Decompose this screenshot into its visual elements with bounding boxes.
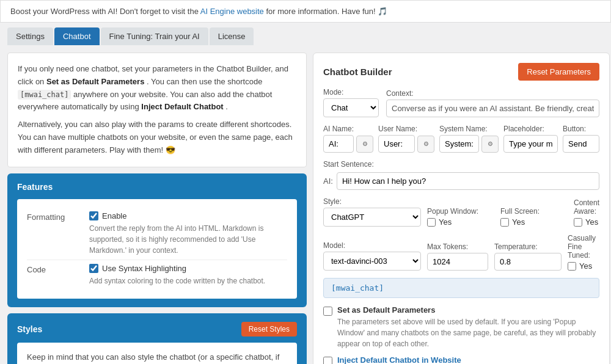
mode-label: Mode: bbox=[323, 88, 379, 96]
content-aware-checkbox[interactable] bbox=[574, 218, 582, 227]
code-label: Code bbox=[27, 264, 82, 274]
style-select-wrapper: ChatGPT bbox=[323, 208, 421, 227]
casually-fine-tuned-row: Yes bbox=[568, 261, 599, 271]
content-aware-group: Content Aware: Yes bbox=[574, 198, 599, 227]
placeholder-group: Placeholder: bbox=[503, 125, 558, 153]
model-select-wrapper: text-davinci-003 bbox=[323, 252, 421, 271]
context-input[interactable] bbox=[386, 100, 599, 117]
style-select[interactable]: ChatGPT bbox=[324, 208, 420, 226]
system-name-group: System Name: ⚙ bbox=[439, 125, 499, 153]
start-sentence-row: AI: bbox=[323, 172, 599, 190]
styles-desc-text: Keep in mind that you can also style the… bbox=[27, 352, 279, 364]
placeholder-input[interactable] bbox=[503, 135, 558, 153]
content-aware-label: Content Aware: bbox=[574, 198, 599, 216]
mode-select[interactable]: Chat Assistant bbox=[324, 99, 378, 117]
styles-inner: Keep in mind that you can also style the… bbox=[17, 343, 297, 364]
reset-params-button[interactable]: Reset Parameters bbox=[518, 63, 599, 81]
model-select[interactable]: text-davinci-003 bbox=[324, 252, 420, 270]
content-aware-row: Yes bbox=[574, 217, 599, 227]
bottom-options: Set as Default Parameters The parameters… bbox=[323, 305, 599, 364]
button-input[interactable] bbox=[563, 135, 599, 153]
top-banner: Boost your WordPress with AI! Don't forg… bbox=[0, 0, 611, 23]
ai-name-input[interactable] bbox=[323, 135, 354, 153]
ai-name-icon[interactable]: ⚙ bbox=[356, 136, 373, 153]
reset-styles-button[interactable]: Reset Styles bbox=[241, 322, 297, 337]
full-screen-row: Yes bbox=[500, 217, 568, 227]
features-section: Features Formatting Enable Convert the r… bbox=[7, 173, 307, 307]
chatbot-builder-header: Chatbot Builder Reset Parameters bbox=[323, 63, 599, 81]
default-params-desc: The parameters set above will be used by… bbox=[337, 316, 599, 349]
style-group: Style: ChatGPT bbox=[323, 197, 421, 227]
default-params-checkbox[interactable] bbox=[323, 307, 332, 316]
main-container: If you only need one chatbot, set your p… bbox=[0, 45, 611, 364]
features-inner: Formatting Enable Convert the reply from… bbox=[17, 199, 297, 299]
full-screen-text: Yes bbox=[512, 217, 525, 227]
popup-window-text: Yes bbox=[439, 217, 452, 227]
info-bold2: Inject Default Chatbot bbox=[141, 102, 223, 111]
temperature-group: Temperature: bbox=[494, 242, 562, 271]
inject-label: Inject Default Chatbot in Website bbox=[337, 355, 599, 364]
tab-fine-tuning[interactable]: Fine Tuning: Train your AI bbox=[101, 27, 208, 45]
system-name-icon[interactable]: ⚙ bbox=[481, 136, 499, 153]
full-screen-label: Full Screen: bbox=[500, 207, 568, 216]
code-checkbox[interactable] bbox=[89, 264, 98, 273]
casually-fine-tuned-label: Casually Fine Tuned: bbox=[568, 234, 599, 260]
user-name-label: User Name: bbox=[378, 125, 434, 133]
style-options-row: Style: ChatGPT Popup Window: Yes Full Sc… bbox=[323, 197, 599, 227]
info-code1: [mwai_chat] bbox=[18, 90, 71, 100]
formatting-checkbox-label: Enable bbox=[102, 211, 126, 220]
max-tokens-group: Max Tokens: bbox=[427, 242, 488, 271]
start-sentence-ai: AI: bbox=[323, 177, 333, 186]
info-box: If you only need one chatbot, set your p… bbox=[7, 53, 307, 167]
max-tokens-input[interactable] bbox=[427, 253, 488, 271]
mode-group: Mode: Chat Assistant bbox=[323, 88, 379, 117]
max-tokens-label: Max Tokens: bbox=[427, 242, 488, 251]
chatbot-builder-panel: Chatbot Builder Reset Parameters Mode: C… bbox=[313, 53, 610, 364]
temperature-input[interactable] bbox=[494, 253, 562, 271]
model-group: Model: text-davinci-003 bbox=[323, 241, 421, 271]
styles-desc: Keep in mind that you can also style the… bbox=[27, 351, 287, 364]
content-aware-text: Yes bbox=[585, 217, 598, 227]
shortcode-bar: [mwai_chat] bbox=[323, 278, 599, 298]
info-text5: Alternatively, you can also play with th… bbox=[18, 120, 293, 155]
casually-fine-tuned-checkbox[interactable] bbox=[568, 262, 576, 271]
default-params-row: Set as Default Parameters The parameters… bbox=[323, 305, 599, 349]
inject-checkbox[interactable] bbox=[323, 357, 332, 364]
ai-name-label: AI Name: bbox=[323, 125, 373, 133]
code-checkbox-label: Use Syntax Highlighting bbox=[102, 264, 186, 273]
tab-settings[interactable]: Settings bbox=[7, 27, 53, 45]
left-panel: If you only need one chatbot, set your p… bbox=[7, 53, 307, 364]
formatting-checkbox[interactable] bbox=[89, 211, 98, 220]
start-sentence-input[interactable] bbox=[337, 172, 599, 190]
default-params-content: Set as Default Parameters The parameters… bbox=[337, 305, 599, 349]
model-label: Model: bbox=[323, 241, 421, 250]
info-bold1: Set as Default Parameters bbox=[46, 77, 144, 86]
code-content: Use Syntax Highlighting Add syntax color… bbox=[89, 264, 287, 286]
banner-link[interactable]: AI Engine website bbox=[200, 7, 264, 16]
tab-license[interactable]: License bbox=[210, 27, 254, 45]
system-name-input[interactable] bbox=[439, 135, 479, 153]
full-screen-checkbox[interactable] bbox=[500, 218, 509, 227]
styles-section: Styles Reset Styles Keep in mind that yo… bbox=[7, 313, 307, 364]
full-screen-group: Full Screen: Yes bbox=[500, 207, 568, 227]
default-params-label: Set as Default Parameters bbox=[337, 305, 599, 315]
inject-row: Inject Default Chatbot in Website Inject… bbox=[323, 355, 599, 364]
tab-chatbot[interactable]: Chatbot bbox=[54, 27, 100, 45]
chatbot-builder-title: Chatbot Builder bbox=[323, 67, 392, 77]
temperature-label: Temperature: bbox=[494, 242, 562, 251]
popup-window-checkbox[interactable] bbox=[427, 218, 436, 227]
casually-fine-tuned-text: Yes bbox=[579, 261, 592, 271]
names-row: AI Name: ⚙ User Name: ⚙ System Name: ⚙ bbox=[323, 125, 599, 153]
context-group: Context: bbox=[386, 89, 599, 117]
styles-title: Styles bbox=[17, 324, 42, 334]
system-name-label: System Name: bbox=[439, 125, 499, 133]
user-name-icon[interactable]: ⚙ bbox=[417, 136, 434, 153]
popup-window-row: Yes bbox=[427, 217, 494, 227]
user-name-group: User Name: ⚙ bbox=[378, 125, 434, 153]
formatting-content: Enable Convert the reply from the AI int… bbox=[89, 211, 287, 256]
model-row: Model: text-davinci-003 Max Tokens: Temp… bbox=[323, 234, 599, 271]
user-name-input[interactable] bbox=[378, 135, 415, 153]
popup-window-label: Popup Window: bbox=[427, 207, 494, 216]
info-text4: . bbox=[225, 102, 228, 111]
start-sentence-group: Start Sentence: AI: bbox=[323, 160, 599, 190]
